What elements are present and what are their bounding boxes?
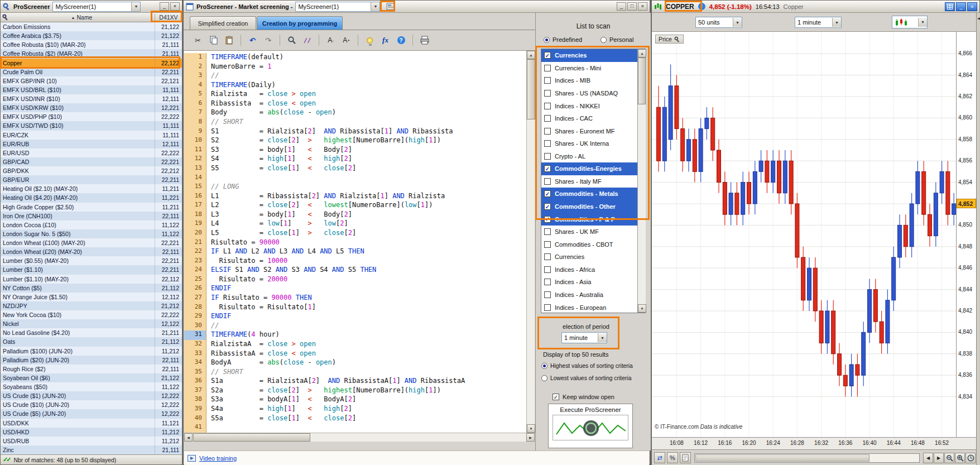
comment-icon[interactable]: // [301, 34, 314, 47]
paste-icon[interactable] [223, 34, 236, 47]
checkbox-icon[interactable] [544, 115, 551, 122]
code-line[interactable]: 12S4 = high[1] < high[2] [184, 155, 526, 164]
line-number[interactable]: 15 [184, 183, 206, 192]
code-line[interactable]: 24ELSIF S1 AND S2 AND S3 AND S4 AND S5 T… [184, 266, 526, 275]
decrease-font-icon[interactable]: A- [324, 34, 337, 47]
chevron-down-icon[interactable]: ▼ [832, 18, 841, 27]
minimize-button[interactable]: _ [956, 2, 966, 11]
chevron-down-icon[interactable]: ▼ [371, 2, 379, 11]
code-line[interactable]: 40S5a = close[1] < close[2] [184, 414, 526, 424]
checkbox-icon[interactable]: ✓ [544, 52, 551, 59]
table-row[interactable]: EMFX USD/KRW ($10)12,221 [1, 103, 182, 112]
table-row[interactable]: US Crude ($1) (JUN-20)12,222 [1, 391, 182, 400]
checkbox-icon[interactable] [544, 153, 551, 160]
table-row[interactable]: Oats21,112 [1, 337, 182, 346]
line-number[interactable]: 30 [184, 322, 206, 331]
timeframe-select[interactable]: 1 minute ▼ [795, 17, 842, 28]
table-row[interactable]: Soyabeans ($50)11,122 [1, 382, 182, 391]
scrollbar-thumb[interactable] [527, 59, 535, 119]
radio-icon[interactable] [541, 375, 547, 381]
scan-list-item[interactable]: ✓Currencies [541, 49, 637, 62]
line-number[interactable]: 6 [184, 99, 206, 109]
collapse-panel-strip[interactable]: ◀ [976, 13, 980, 465]
table-row[interactable]: GBP/CAD22,221 [1, 157, 182, 166]
line-number[interactable]: 3 [184, 71, 206, 81]
code-line[interactable]: 32RialzistaA = close > open [184, 340, 526, 349]
close-button[interactable]: × [967, 2, 977, 11]
code-line[interactable]: 14 [184, 174, 526, 183]
code-line[interactable]: 36S1a = RialzistaA[2] AND RibassistaA[1]… [184, 377, 526, 386]
code-line[interactable]: 8// SHORT [184, 118, 526, 127]
table-row[interactable]: Coffee Robusta ($10) (MAR-20)21,111 [1, 40, 182, 49]
scan-list-item[interactable]: Crypto - AL [541, 150, 637, 163]
pan-left-icon[interactable]: ◀ [923, 453, 933, 463]
line-number[interactable]: 17 [184, 201, 206, 210]
table-row[interactable]: Copper22,122 [1, 59, 182, 68]
line-number[interactable]: 28 [184, 303, 206, 313]
line-number[interactable]: 4 [184, 81, 206, 90]
lightbulb-icon[interactable] [363, 34, 376, 47]
scroll-left-icon[interactable]: ◀ [184, 433, 193, 442]
code-line[interactable]: 22IF L1 AND L2 AND L3 AND L4 AND L5 THEN [184, 247, 526, 257]
redo-icon[interactable]: ↷ [262, 34, 275, 47]
code-line[interactable]: 27IF Risultato = 90000 THEN [184, 294, 526, 303]
maximize-button[interactable]: □ [627, 2, 637, 11]
table-row[interactable]: EUR/USD22,222 [1, 148, 182, 157]
print-icon[interactable] [418, 34, 431, 47]
line-number[interactable]: 37 [184, 386, 206, 396]
help-icon[interactable]: ? [395, 34, 407, 47]
line-number[interactable]: 14 [184, 174, 206, 183]
code-line[interactable]: 1TIMEFRAME(default) [184, 53, 526, 63]
column-header-criterion[interactable]: D41XV [155, 14, 182, 21]
chevron-down-icon[interactable]: ▼ [131, 2, 140, 11]
line-number[interactable]: 35 [184, 368, 206, 377]
code-line[interactable]: 26ENDIF [184, 284, 526, 294]
table-row[interactable]: Heating Oil ($4.20) (MAY-20)11,221 [1, 193, 182, 202]
keep-window-open-checkbox[interactable]: ✓ Keep window open [553, 394, 614, 400]
time-axis[interactable]: 16:0816:1216:1616:2016:2416:2816:3216:36… [652, 437, 976, 449]
line-number[interactable]: 22 [184, 247, 206, 257]
table-row[interactable]: Zinc21,111 [1, 445, 182, 454]
table-row[interactable]: EUR/RUB12,111 [1, 140, 182, 148]
notes-icon[interactable] [680, 452, 691, 463]
minimize-button[interactable]: _ [160, 2, 169, 11]
code-line[interactable]: 17L2 = close[2] < lowest[NumeroBarre](lo… [184, 201, 526, 210]
scan-list-item[interactable]: Shares - Euronext MF [541, 124, 637, 137]
line-number[interactable]: 10 [184, 136, 206, 146]
table-row[interactable]: Heating Oil ($2.10) (MAY-20)11,211 [1, 184, 182, 193]
line-number[interactable]: 40 [184, 414, 206, 424]
scan-list-item[interactable]: Shares - Italy MF [541, 175, 637, 188]
table-row[interactable]: No Lead Gasoline ($4.20)21,211 [1, 328, 182, 337]
code-line[interactable]: 9S1 = Rialzista[2] AND Ribassista[1] AND… [184, 127, 526, 137]
increase-font-icon[interactable]: A+ [340, 34, 353, 47]
code-line[interactable]: 28 Risultato = Risultato[1] [184, 303, 526, 313]
checkbox-icon[interactable] [544, 90, 551, 97]
scan-list-item[interactable]: Shares - US (NASDAQ [541, 87, 637, 100]
table-row[interactable]: USD/RUB11,212 [1, 437, 182, 445]
table-row[interactable]: EMFX GBP/INR (10)22,121 [1, 76, 182, 85]
scan-list-item[interactable]: Indices - Australia [541, 289, 637, 301]
table-row[interactable]: Lumber ($1.10)22,211 [1, 265, 182, 274]
checkbox-icon[interactable] [544, 291, 551, 298]
table-row[interactable]: Crude Palm Oil22,211 [1, 68, 182, 76]
code-line[interactable]: 13S5 = close[1] < close[2] [184, 164, 526, 174]
code-line[interactable]: 25 Risultato = 20000 [184, 275, 526, 285]
table-row[interactable]: London Cocoa (£10)11,122 [1, 220, 182, 229]
checkbox-icon[interactable] [544, 304, 551, 311]
line-number[interactable]: 29 [184, 312, 206, 322]
code-line[interactable]: 15// LONG [184, 183, 526, 192]
line-number[interactable]: 31 [184, 330, 206, 340]
copy-icon[interactable] [207, 34, 220, 47]
compare-icon[interactable]: ⇄ [654, 452, 665, 463]
radio-personal[interactable]: Personal [601, 36, 633, 43]
checkbox-icon[interactable]: ✓ [544, 203, 551, 210]
scan-list-item[interactable]: Currencies [541, 251, 637, 263]
editor-horizontal-scrollbar[interactable]: ◀ ▶ [184, 433, 535, 442]
close-button[interactable]: × [638, 2, 647, 11]
zoom-in-icon[interactable] [955, 453, 965, 463]
scroll-down-icon[interactable]: ▼ [638, 304, 646, 313]
code-line[interactable]: 16L1 = Ribassista[2] AND Rialzista[1] AN… [184, 192, 526, 202]
radio-icon[interactable] [601, 37, 607, 43]
search-icon[interactable] [285, 34, 298, 47]
price-series-chip[interactable]: Price [655, 35, 684, 44]
